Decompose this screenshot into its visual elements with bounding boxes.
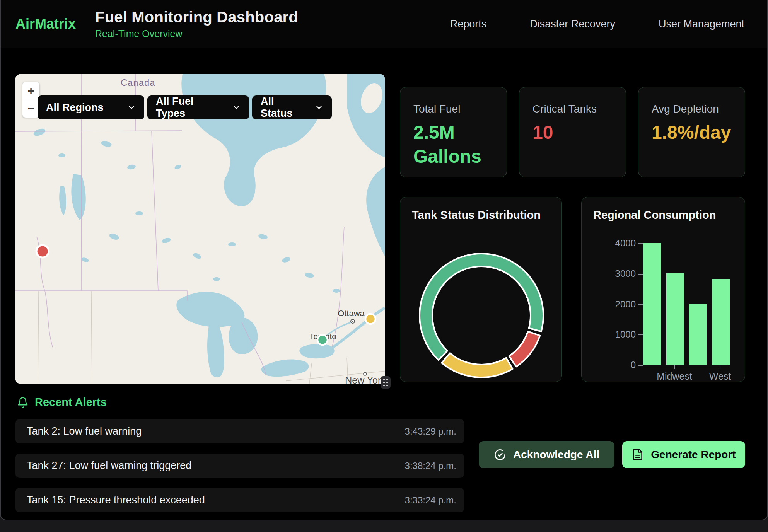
map-marker-critical[interactable] <box>36 245 49 257</box>
map-label-city-south: New York <box>345 375 385 384</box>
kpi-value: 10 <box>532 121 604 145</box>
map-svg: Canada Ottawa Toronto New York <box>15 74 385 384</box>
alert-row[interactable]: Tank 27: Low fuel warning triggered 3:38… <box>15 454 464 478</box>
map-canvas[interactable]: Canada Ottawa Toronto New York <box>15 74 385 384</box>
alerts-header: Recent Alerts <box>17 396 107 409</box>
header: AirMatrix Fuel Monitoring Dashboard Real… <box>1 0 767 48</box>
alert-row[interactable]: Tank 2: Low fuel warning 3:43:29 p.m. <box>15 419 464 443</box>
y-axis-tick-label: 3000 <box>582 268 636 279</box>
acknowledge-all-button[interactable]: Acknowledge All <box>479 441 614 468</box>
x-axis-tick-label: West <box>689 371 745 382</box>
y-axis-tick-label: 2000 <box>582 299 636 310</box>
x-axis-tick <box>674 365 675 369</box>
alerts-title: Recent Alerts <box>35 396 107 409</box>
fuel-type-filter-select[interactable]: All Fuel Types <box>147 95 249 119</box>
kpi-critical-tanks: Critical Tanks 10 <box>519 87 626 177</box>
region-filter-label: All Regions <box>46 102 104 114</box>
file-text-icon <box>631 448 644 461</box>
kpi-row: Total Fuel 2.5M Gallons Critical Tanks 1… <box>400 87 745 177</box>
chevron-down-icon <box>232 103 241 112</box>
y-axis-tick <box>638 365 643 366</box>
dashboard-window: AirMatrix Fuel Monitoring Dashboard Real… <box>0 0 768 520</box>
circle-check-icon <box>494 448 506 461</box>
y-axis-tick <box>638 304 643 305</box>
page-subtitle: Real-Time Overview <box>95 28 298 39</box>
map-label-country: Canada <box>121 78 155 88</box>
tank-status-donut-chart <box>416 250 547 381</box>
kpi-value: 2.5M Gallons <box>413 121 485 169</box>
brand-logo[interactable]: AirMatrix <box>15 16 95 32</box>
map-marker-warning[interactable] <box>365 314 375 324</box>
donut-segment-critical <box>509 331 540 367</box>
y-axis-tick-label: 0 <box>582 360 636 370</box>
kpi-label: Critical Tanks <box>532 103 613 115</box>
acknowledge-all-label: Acknowledge All <box>513 448 599 461</box>
bar-col-1 <box>643 243 661 365</box>
status-filter-label: All Status <box>261 95 305 119</box>
map-zoom-control: + − <box>22 82 39 118</box>
nav-disaster-recovery[interactable]: Disaster Recovery <box>530 18 615 30</box>
donut-segment-warning <box>442 353 512 377</box>
alert-message: Tank 15: Pressure threshold exceeded <box>27 494 205 506</box>
zoom-in-button[interactable]: + <box>22 82 39 100</box>
y-axis-tick-label: 4000 <box>582 238 636 249</box>
zoom-out-button[interactable]: − <box>22 100 39 118</box>
kpi-avg-depletion: Avg Depletion 1.8%/day <box>638 87 745 177</box>
title-block: Fuel Monitoring Dashboard Real-Time Over… <box>95 9 298 39</box>
map-filters: All Regions All Fuel Types All Status <box>38 95 332 119</box>
fuel-type-filter-label: All Fuel Types <box>156 95 222 119</box>
alert-timestamp: 3:33:24 p.m. <box>405 495 456 506</box>
nav-reports[interactable]: Reports <box>450 18 487 30</box>
kpi-label: Total Fuel <box>413 103 493 115</box>
main-nav: Reports Disaster Recovery User Managemen… <box>450 18 744 30</box>
regional-consumption-title: Regional Consumption <box>582 197 745 222</box>
bar-midwest <box>666 273 684 365</box>
alert-message: Tank 27: Low fuel warning triggered <box>27 460 191 472</box>
chevron-down-icon <box>315 103 323 112</box>
map-label-capital: Ottawa <box>338 309 365 318</box>
alert-timestamp: 3:38:24 p.m. <box>405 460 456 471</box>
alert-row[interactable]: Tank 15: Pressure threshold exceeded 3:3… <box>15 488 464 512</box>
y-axis-tick <box>638 334 643 335</box>
chevron-down-icon <box>127 103 136 112</box>
tank-status-title: Tank Status Distribution <box>400 197 561 222</box>
map-resize-handle[interactable] <box>381 376 391 389</box>
ottawa-town-dot <box>352 321 353 322</box>
regional-consumption-bar-chart <box>643 244 729 365</box>
bell-icon <box>17 397 29 408</box>
map-marker-normal[interactable] <box>317 335 328 345</box>
map-panel[interactable]: Canada Ottawa Toronto New York + − All R… <box>15 74 385 384</box>
y-axis-tick-label: 1000 <box>582 329 636 340</box>
y-axis-tick <box>638 274 643 275</box>
status-filter-select[interactable]: All Status <box>252 95 332 119</box>
generate-report-label: Generate Report <box>651 448 736 461</box>
regional-consumption-panel: Regional Consumption 01000200030004000Mi… <box>581 197 745 382</box>
alert-timestamp: 3:43:29 p.m. <box>405 426 456 437</box>
kpi-total-fuel: Total Fuel 2.5M Gallons <box>400 87 507 177</box>
region-filter-select[interactable]: All Regions <box>38 95 144 119</box>
x-axis-tick <box>720 365 720 369</box>
nav-user-management[interactable]: User Management <box>659 18 744 30</box>
page-title: Fuel Monitoring Dashboard <box>95 9 298 26</box>
kpi-value: 1.8%/day <box>652 121 723 145</box>
tank-status-panel: Tank Status Distribution <box>400 197 562 382</box>
bar-col-3 <box>689 304 707 365</box>
alert-message: Tank 2: Low fuel warning <box>27 425 142 437</box>
kpi-label: Avg Depletion <box>652 103 732 115</box>
bar-west <box>712 279 730 365</box>
generate-report-button[interactable]: Generate Report <box>622 441 745 468</box>
y-axis-tick <box>638 243 643 244</box>
